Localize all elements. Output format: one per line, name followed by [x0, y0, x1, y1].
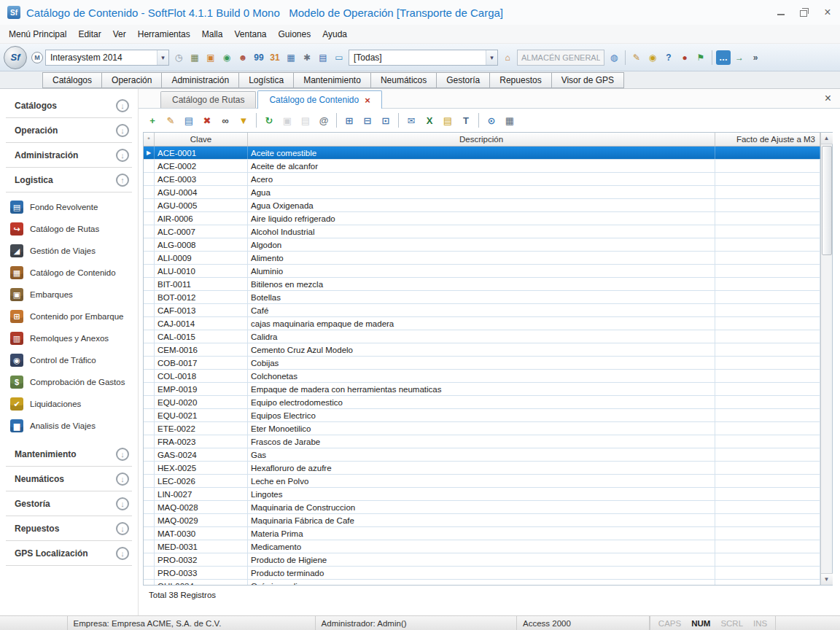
category-tab-neumaticos[interactable]: Neumáticos [370, 72, 436, 88]
scroll-up-icon[interactable]: ▲ [821, 133, 833, 144]
sidebar-item-fondo-revolvente[interactable]: ▤Fondo Revolvente [0, 196, 138, 218]
sidebar-item-analisis-de-viajes[interactable]: ▆Analisis de Viajes [0, 415, 138, 437]
grid-row[interactable]: EMP-0019Empaque de madera con herramient… [144, 383, 820, 396]
column-header-clave[interactable]: Clave [155, 133, 248, 146]
expand-section-icon[interactable]: ↓ [116, 547, 129, 560]
close-pane-icon[interactable]: × [825, 93, 831, 104]
menu-item-guiones[interactable]: Guiones [273, 26, 317, 43]
cabinet-icon[interactable]: ▦ [187, 50, 202, 65]
menu-item-ayuda[interactable]: Ayuda [316, 26, 353, 43]
scroll-thumb[interactable] [822, 146, 832, 255]
txt-export-button[interactable]: T [458, 112, 474, 128]
minimize-icon[interactable] [776, 7, 786, 18]
restore-icon[interactable] [799, 7, 809, 18]
grid-row[interactable]: ALU-0010Aluminio [144, 265, 820, 278]
menu-item-herramientas[interactable]: Herramientas [132, 26, 196, 43]
grid-row[interactable]: MAQ-0028Maquinaria de Construccion [144, 501, 820, 514]
expand-section-icon[interactable]: ↓ [116, 124, 129, 137]
group-expand-button[interactable]: ⊟ [359, 112, 376, 128]
grid-row[interactable]: ALI-0009Alimento [144, 252, 820, 265]
report-icon[interactable]: ▤ [316, 50, 330, 65]
section-header-gps-localizacion[interactable]: GPS Localización↓ [0, 541, 138, 565]
attach-button[interactable]: @ [316, 112, 332, 128]
grid-row[interactable]: HEX-0025Hexafloruro de azufre [144, 462, 820, 475]
excel-export-button[interactable]: X [421, 112, 438, 128]
grid-row[interactable]: ACE-0002Aceite de alcanfor [144, 160, 820, 173]
grid-row[interactable]: FRA-0023Frascos de Jarabe [144, 435, 820, 448]
category-tab-repuestos[interactable]: Repuestos [489, 72, 551, 88]
memo-export-button[interactable]: ▤ [440, 112, 456, 128]
delete-button[interactable]: ✖ [199, 112, 215, 128]
section-header-repuestos[interactable]: Repuestos↓ [0, 516, 138, 540]
computer-icon[interactable]: ▭ [332, 50, 346, 65]
grid-row[interactable]: BIT-0011Bitilenos en mezcla [144, 278, 820, 291]
category-tab-logistica[interactable]: Logística [238, 72, 293, 88]
permissions-icon[interactable]: ✎ [629, 50, 644, 65]
sidebar-item-control-de-trafico[interactable]: ◉Control de Tráfico [0, 349, 138, 371]
close-window-icon[interactable]: × [822, 7, 833, 18]
picture-icon[interactable]: ▣ [203, 50, 218, 65]
softflot-logo[interactable]: Sf [4, 46, 27, 69]
card-view-button[interactable]: ▤ [181, 112, 197, 128]
group-collapse-button[interactable]: ⊡ [378, 112, 394, 128]
grid-row[interactable]: AIR-0006Aire liquido refrigerado [144, 212, 820, 225]
sidebar-item-catalogo-de-rutas[interactable]: ↪Catálogo de Rutas [0, 218, 138, 240]
menu-item-ventana[interactable]: Ventana [228, 26, 272, 43]
scroll-down-icon[interactable]: ▼ [821, 573, 833, 585]
help-icon[interactable]: ? [661, 50, 676, 65]
collapse-section-icon[interactable]: ↑ [116, 174, 129, 187]
grid-row[interactable]: PRO-0032Producto de Higiene [144, 553, 820, 567]
category-tab-mantenimiento[interactable]: Mantenimiento [293, 72, 370, 88]
grid-row[interactable]: ETE-0022Eter Monoetilico [144, 422, 820, 435]
category-tab-operacion[interactable]: Operación [101, 72, 161, 88]
grid-row[interactable]: LIN-0027Lingotes [144, 488, 820, 501]
interasystem-module-icon[interactable]: M [31, 52, 43, 63]
grid-row[interactable]: MAT-0030Materia Prima [144, 527, 820, 540]
grid-row[interactable]: BOT-0012Botellas [144, 291, 820, 304]
print-preview-button[interactable]: ⊙ [483, 112, 499, 128]
sidebar-item-embarques[interactable]: ▣Embarques [0, 284, 138, 306]
section-header-operacion[interactable]: Operación↓ [0, 118, 138, 142]
grid-row[interactable]: ACE-0003Acero [144, 173, 820, 186]
grid-row[interactable]: ▶ACE-0001Aceite comestible [144, 147, 820, 160]
world-icon[interactable]: ◍ [607, 50, 621, 65]
globe-icon[interactable]: ◉ [219, 50, 234, 65]
sidebar-item-gestion-de-viajes[interactable]: ◢Gestión de Viajes [0, 240, 138, 262]
grid-row[interactable]: EQU-0020Equipo electrodomestico [144, 396, 820, 409]
grid-row[interactable]: GAS-0024Gas [144, 448, 820, 462]
calendar-icon[interactable]: 31 [268, 50, 282, 65]
expand-section-icon[interactable]: ↓ [116, 522, 129, 535]
grid-row[interactable]: AGU-0005Agua Oxigenada [144, 199, 820, 212]
category-tab-visor-de-gps[interactable]: Visor de GPS [551, 72, 624, 88]
grid-row[interactable]: CAJ-0014cajas maquinaria empaque de made… [144, 317, 820, 330]
grid-row[interactable]: EQU-0021Equipos Electrico [144, 409, 820, 422]
sidebar-item-remolques-y-anexos[interactable]: ▥Remolques y Anexos [0, 327, 138, 349]
category-tab-catalogos[interactable]: Catálogos [42, 72, 101, 88]
chat-icon[interactable]: … [716, 50, 731, 65]
grid-row[interactable]: ALC-0007Alcohol Industrial [144, 225, 820, 238]
filter-combo[interactable]: [Todas] ▾ [349, 50, 498, 66]
expand-section-icon[interactable]: ↓ [116, 497, 129, 510]
doc-tab-catalogo-de-rutas[interactable]: Catálogo de Rutas [160, 91, 256, 108]
section-header-neumaticos[interactable]: Neumáticos↓ [0, 467, 138, 491]
grid-row[interactable]: AGU-0004Agua [144, 186, 820, 199]
notes-99-icon[interactable]: 99 [252, 50, 266, 65]
sidebar-item-catalogo-de-contenido[interactable]: ▦Catálogo de Contenido [0, 262, 138, 284]
edit-button[interactable]: ✎ [163, 112, 179, 128]
section-header-catalogos[interactable]: Catálogos↓ [0, 93, 138, 117]
section-header-mantenimiento[interactable]: Mantenimiento↓ [0, 442, 138, 466]
add-button[interactable]: + [144, 112, 160, 128]
grid-row[interactable]: LEC-0026Leche en Polvo [144, 475, 820, 488]
column-header-descripcion[interactable]: Descripción [248, 133, 715, 146]
expand-section-icon[interactable]: ↓ [116, 448, 129, 461]
clock-icon[interactable]: ◷ [171, 50, 186, 65]
menu-item-editar[interactable]: Editar [72, 26, 106, 43]
category-tab-gestoria[interactable]: Gestoría [436, 72, 489, 88]
doc-tab-catalogo-de-contenido[interactable]: Catálogo de Contenido× [257, 90, 381, 109]
dropdown-arrow-icon[interactable]: ▾ [157, 50, 168, 65]
dropdown-arrow-icon[interactable]: ▾ [486, 50, 497, 65]
expand-section-icon[interactable]: ↓ [116, 149, 129, 162]
expand-section-icon[interactable]: ↓ [116, 472, 129, 486]
flag-icon[interactable]: ⚑ [693, 50, 708, 65]
grid-row[interactable]: CAF-0013Café [144, 304, 820, 317]
